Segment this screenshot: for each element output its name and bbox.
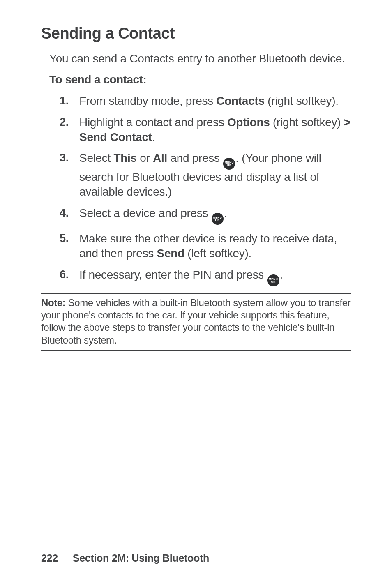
- icon-text-bottom: OK: [227, 164, 231, 166]
- softkey-label: Contacts: [216, 95, 264, 107]
- step-4: 4. Select a device and press MENUOK.: [60, 206, 351, 225]
- step-body: Select This or All and press MENUOK. (Yo…: [79, 151, 351, 199]
- step-number: 3.: [60, 151, 79, 165]
- step-text: and press: [167, 152, 223, 164]
- step-text: Select a device and press: [79, 207, 211, 219]
- step-text: or: [137, 152, 153, 164]
- step-number: 5.: [60, 231, 79, 246]
- step-text: From standby mode, press: [79, 95, 216, 107]
- step-text: .: [280, 268, 283, 281]
- step-number: 4.: [60, 206, 79, 220]
- step-body: Highlight a contact and press Options (r…: [79, 115, 351, 145]
- menu-ok-key-icon: MENUOK: [223, 158, 235, 170]
- procedure-subhead: To send a contact:: [49, 73, 351, 86]
- step-text: (left softkey).: [184, 247, 251, 260]
- step-text: Highlight a contact and press: [79, 116, 227, 129]
- step-5: 5. Make sure the other device is ready t…: [60, 231, 351, 261]
- softkey-label: Options: [227, 116, 270, 129]
- page-footer: 222 Section 2M: Using Bluetooth: [41, 552, 209, 564]
- note-text: Some vehicles with a built-in Bluetooth …: [41, 297, 350, 346]
- note-label: Note:: [41, 297, 65, 308]
- step-2: 2. Highlight a contact and press Options…: [60, 115, 351, 145]
- step-body: Select a device and press MENUOK.: [79, 206, 351, 225]
- step-body: From standby mode, press Contacts (right…: [79, 94, 351, 108]
- page-number: 222: [41, 552, 58, 564]
- step-text: .: [152, 131, 155, 143]
- softkey-label: Send: [157, 247, 184, 260]
- step-1: 1. From standby mode, press Contacts (ri…: [60, 94, 351, 108]
- step-text: (right softkey).: [265, 95, 339, 107]
- option-label: All: [153, 152, 167, 164]
- step-text: .: [224, 207, 227, 219]
- steps-list: 1. From standby mode, press Contacts (ri…: [60, 94, 351, 286]
- step-number: 2.: [60, 115, 79, 129]
- step-number: 1.: [60, 94, 79, 108]
- note-block: Note: Some vehicles with a built-in Blue…: [41, 293, 351, 351]
- icon-text-bottom: OK: [215, 219, 219, 221]
- option-label: This: [114, 152, 137, 164]
- page: Sending a Contact You can send a Contact…: [0, 0, 392, 588]
- section-title: Section 2M: Using Bluetooth: [73, 552, 209, 564]
- step-3: 3. Select This or All and press MENUOK. …: [60, 151, 351, 199]
- section-heading: Sending a Contact: [41, 25, 351, 42]
- step-text: If necessary, enter the PIN and press: [79, 268, 267, 281]
- step-6: 6. If necessary, enter the PIN and press…: [60, 267, 351, 286]
- step-body: If necessary, enter the PIN and press ME…: [79, 267, 351, 286]
- step-number: 6.: [60, 267, 79, 282]
- menu-ok-key-icon: MENUOK: [212, 213, 224, 225]
- menu-ok-key-icon: MENUOK: [267, 274, 279, 286]
- step-text: Select: [79, 152, 114, 164]
- step-body: Make sure the other device is ready to r…: [79, 231, 351, 261]
- step-text: (right softkey): [270, 116, 344, 129]
- icon-text-bottom: OK: [271, 280, 275, 283]
- intro-text: You can send a Contacts entry to another…: [49, 51, 351, 66]
